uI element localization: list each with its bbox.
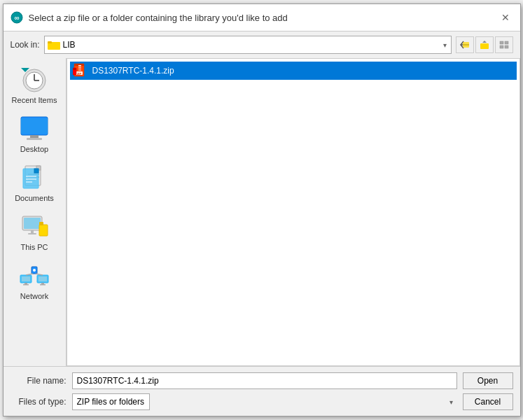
svg-rect-43 xyxy=(40,284,46,286)
svg-rect-10 xyxy=(500,46,503,48)
svg-rect-42 xyxy=(41,283,44,284)
filetype-label: Files of type: xyxy=(11,397,67,407)
documents-icon xyxy=(20,164,49,191)
svg-rect-34 xyxy=(39,225,48,236)
filename-label: File name: xyxy=(11,376,67,386)
sidebar-item-documents-label: Documents xyxy=(15,194,54,202)
look-in-dropdown[interactable]: LIB ▾ xyxy=(44,36,452,54)
sidebar-item-network[interactable]: Network xyxy=(6,258,62,304)
look-in-arrow-icon: ▾ xyxy=(443,41,447,49)
this-pc-icon xyxy=(20,214,49,240)
filename-input[interactable] xyxy=(72,372,457,389)
filename-row: File name: Open xyxy=(11,372,513,389)
svg-text:∞: ∞ xyxy=(14,14,19,22)
folder-icon xyxy=(48,40,60,50)
toolbar-buttons xyxy=(456,36,513,53)
svg-rect-38 xyxy=(25,283,27,284)
desktop-icon xyxy=(20,115,49,142)
sidebar-item-this-pc[interactable]: This PC xyxy=(6,209,62,255)
svg-rect-31 xyxy=(24,218,41,229)
back-icon xyxy=(460,40,470,50)
svg-point-45 xyxy=(33,269,36,272)
network-icon xyxy=(20,262,49,289)
up-folder-icon xyxy=(480,40,489,50)
file-dialog: ∞ Select a zip file or a folder containi… xyxy=(3,4,521,416)
svg-rect-41 xyxy=(39,276,47,281)
view-icon xyxy=(499,40,509,50)
sidebar-item-recent-items[interactable]: Recent Items xyxy=(6,62,62,108)
svg-line-46 xyxy=(26,274,33,275)
svg-rect-18 xyxy=(30,135,39,138)
file-name-0: DS1307RTC-1.4.1.zip xyxy=(92,66,174,76)
svg-rect-7 xyxy=(480,43,489,49)
dialog-title: Select a zip file or a folder containing… xyxy=(29,13,492,23)
view-menu-button[interactable] xyxy=(495,36,513,53)
svg-text:ZIP: ZIP xyxy=(76,72,81,76)
svg-rect-6 xyxy=(463,42,469,48)
title-bar: ∞ Select a zip file or a folder containi… xyxy=(4,4,520,31)
open-button[interactable]: Open xyxy=(463,372,513,389)
look-in-value: LIB xyxy=(63,40,448,50)
look-in-label: Look in: xyxy=(11,40,40,50)
file-list-area[interactable]: ZIP DS1307RTC-1.4.1.zip xyxy=(67,58,520,366)
svg-rect-52 xyxy=(78,69,81,71)
svg-rect-9 xyxy=(505,41,508,44)
cancel-button[interactable]: Cancel xyxy=(463,393,513,410)
zip-file-icon: ZIP xyxy=(73,63,88,78)
svg-rect-35 xyxy=(39,222,43,225)
toolbar: Look in: LIB ▾ xyxy=(4,31,520,58)
svg-rect-26 xyxy=(34,169,39,173)
app-icon: ∞ xyxy=(11,11,23,24)
svg-line-47 xyxy=(36,274,43,275)
sidebar: Recent Items Desktop xyxy=(4,58,67,366)
sidebar-item-this-pc-label: This PC xyxy=(20,243,48,251)
svg-rect-37 xyxy=(22,276,30,281)
sidebar-item-documents[interactable]: Documents xyxy=(6,160,62,206)
close-button[interactable]: ✕ xyxy=(498,10,513,25)
back-button[interactable] xyxy=(456,36,474,53)
file-item-0[interactable]: ZIP DS1307RTC-1.4.1.zip xyxy=(70,62,517,80)
filetype-row: Files of type: ZIP files or folders Canc… xyxy=(11,393,513,410)
filetype-select-wrapper: ZIP files or folders xyxy=(72,393,457,410)
svg-rect-32 xyxy=(31,230,34,233)
content-area: Recent Items Desktop xyxy=(4,58,520,366)
svg-rect-11 xyxy=(505,46,508,48)
sidebar-item-desktop-label: Desktop xyxy=(20,145,48,153)
svg-rect-33 xyxy=(28,233,36,234)
svg-rect-51 xyxy=(78,67,81,69)
svg-rect-4 xyxy=(48,41,52,43)
svg-rect-19 xyxy=(27,138,42,140)
up-folder-button[interactable] xyxy=(475,36,494,53)
filetype-select[interactable]: ZIP files or folders xyxy=(72,393,150,410)
svg-rect-8 xyxy=(500,41,503,44)
svg-rect-17 xyxy=(21,118,48,134)
sidebar-item-desktop[interactable]: Desktop xyxy=(6,111,62,158)
svg-rect-39 xyxy=(23,284,29,286)
recent-items-icon xyxy=(20,66,49,93)
bottom-bar: File name: Open Files of type: ZIP files… xyxy=(4,366,520,416)
svg-rect-50 xyxy=(78,65,81,66)
svg-rect-56 xyxy=(73,68,76,70)
sidebar-item-recent-items-label: Recent Items xyxy=(12,96,57,104)
sidebar-item-network-label: Network xyxy=(20,292,48,300)
